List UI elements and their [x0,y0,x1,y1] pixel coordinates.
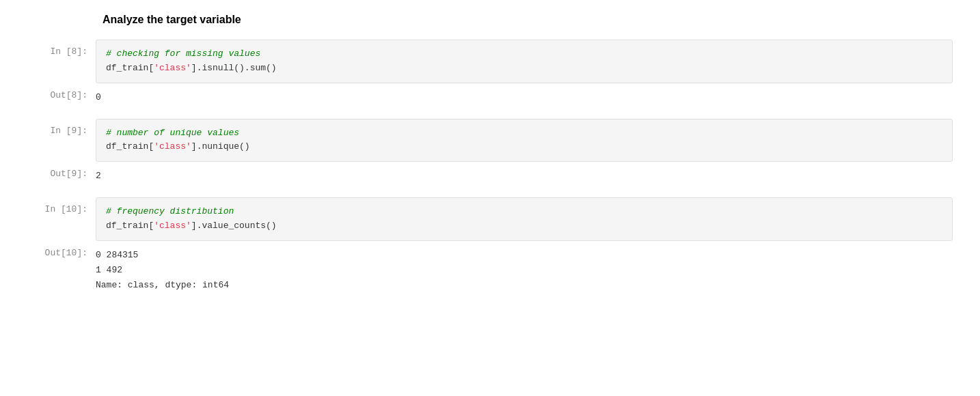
cell-9-string: 'class' [154,141,191,152]
cell-9-suffix: ].nunique() [191,141,250,152]
cell-9-prefix: df_train[ [106,141,154,152]
cell-9-input-label: In [9]: [27,119,96,136]
cell-10-output-line2: 1 492 [96,263,229,278]
output-cell-9: Out[9]: 2 [27,167,953,184]
cell-9-output-value: 2 [96,167,101,184]
cell-10-prefix: df_train[ [106,221,154,231]
cell-8-string: 'class' [154,63,191,73]
cell-8-input-label: In [8]: [27,40,96,57]
cell-8-suffix: ].isnull().sum() [191,63,277,73]
cell-10-code[interactable]: # frequency distribution df_train['class… [96,197,953,241]
cell-8-code[interactable]: # checking for missing values df_train['… [96,40,953,83]
cell-9-code[interactable]: # number of unique values df_train['clas… [96,119,953,162]
cell-9-comment: # number of unique values [106,128,239,138]
cell-10-suffix: ].value_counts() [191,221,277,231]
cell-10-output-line1: 0 284315 [96,248,229,263]
output-cell-10: Out[10]: 0 284315 1 492 Name: class, dty… [27,246,953,293]
cell-10-output-line3: Name: class, dtype: int64 [96,278,229,293]
cell-10-output-label: Out[10]: [27,246,96,258]
page-title: Analyze the target variable [27,14,953,26]
cell-8-comment: # checking for missing values [106,48,260,59]
cell-10-input-label: In [10]: [27,197,96,214]
input-cell-10: In [10]: # frequency distribution df_tra… [27,197,953,241]
cell-9-output-label: Out[9]: [27,167,96,179]
cell-8-output-value: 0 [96,89,101,105]
input-cell-9: In [9]: # number of unique values df_tra… [27,119,953,162]
cell-8-output-label: Out[8]: [27,89,96,100]
cell-10-string: 'class' [154,221,191,231]
output-cell-8: Out[8]: 0 [27,89,953,105]
cell-10-comment: # frequency distribution [106,206,234,216]
cell-8-prefix: df_train[ [106,63,154,73]
input-cell-8: In [8]: # checking for missing values df… [27,40,953,83]
cell-10-output-value: 0 284315 1 492 Name: class, dtype: int64 [96,246,229,293]
